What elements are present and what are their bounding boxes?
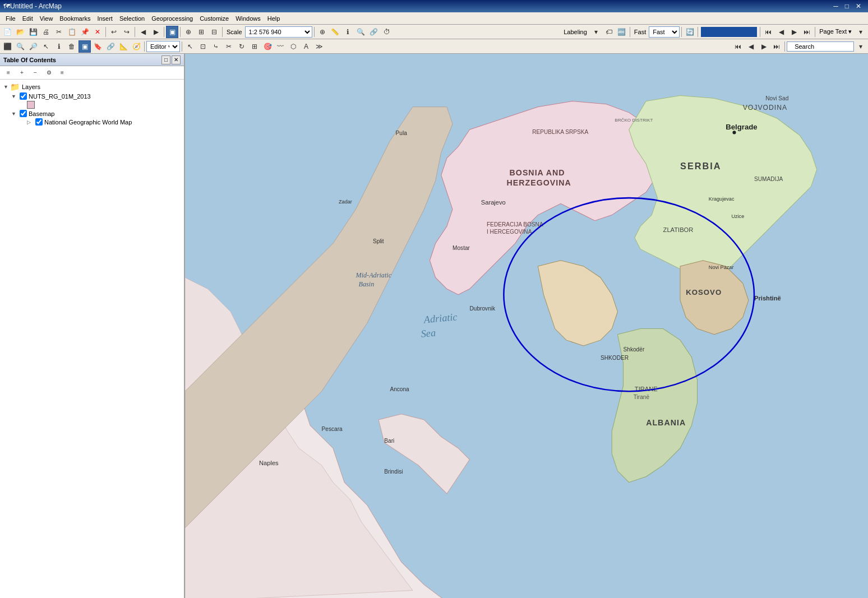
save-btn[interactable]: 💾 bbox=[27, 26, 39, 38]
menu-windows[interactable]: Windows bbox=[232, 14, 264, 23]
editor-dropdown[interactable]: Editor ▾ bbox=[146, 41, 180, 52]
open-btn[interactable]: 📂 bbox=[14, 26, 26, 38]
app-icon: 🗺 bbox=[3, 2, 10, 10]
toc-float-btn[interactable]: □ bbox=[161, 55, 170, 64]
find-btn[interactable]: 🔍 bbox=[355, 26, 367, 38]
editor-more-btn[interactable]: ≫ bbox=[313, 40, 325, 53]
edit-vertices-btn[interactable]: ⊡ bbox=[197, 40, 209, 53]
basemap-checkbox[interactable] bbox=[20, 110, 27, 117]
forward-btn[interactable]: ▶ bbox=[150, 26, 162, 38]
edit-tool-btn[interactable]: ↖ bbox=[184, 40, 196, 53]
editor-nav2[interactable]: ◀ bbox=[745, 40, 757, 53]
maximize-btn[interactable]: □ bbox=[842, 2, 852, 10]
svg-text:Pula: Pula bbox=[396, 130, 408, 136]
labeling-btn[interactable]: ▾ bbox=[590, 26, 602, 38]
menu-selection[interactable]: Selection bbox=[116, 14, 148, 23]
toc-layers-row[interactable]: ▼ 📁 Layers bbox=[2, 82, 182, 92]
minimize-btn[interactable]: ─ bbox=[830, 2, 842, 10]
prev-page-btn[interactable]: ⏮ bbox=[762, 26, 774, 38]
topology-btn[interactable]: ⬡ bbox=[287, 40, 299, 53]
svg-text:KOSOVO: KOSOVO bbox=[686, 288, 722, 296]
snapping-btn[interactable]: 🎯 bbox=[261, 40, 274, 53]
editor-nav3[interactable]: ▶ bbox=[758, 40, 770, 53]
trace-btn[interactable]: 〰 bbox=[274, 40, 287, 53]
prev-btn[interactable]: ◀ bbox=[775, 26, 787, 38]
menu-bookmarks[interactable]: Bookmarks bbox=[56, 14, 94, 23]
natgeo-row[interactable]: ▷ National Geographic World Map bbox=[26, 118, 182, 126]
page-text-dropdown-btn[interactable]: ▾ bbox=[855, 26, 867, 38]
measure-btn[interactable]: 📏 bbox=[329, 26, 341, 38]
copy-btn[interactable]: 📋 bbox=[66, 26, 78, 38]
menu-insert[interactable]: Insert bbox=[94, 14, 116, 23]
editor-search-btn[interactable]: ▾ bbox=[855, 40, 867, 53]
menu-edit[interactable]: Edit bbox=[19, 14, 36, 23]
scale-dropdown[interactable]: 1:2 576 940 bbox=[245, 26, 312, 38]
close-btn[interactable]: ✕ bbox=[852, 2, 865, 10]
menu-customize[interactable]: Customize bbox=[196, 14, 232, 23]
identify-btn[interactable]: ℹ bbox=[342, 26, 354, 38]
menu-file[interactable]: File bbox=[2, 14, 19, 23]
zoom-in-btn[interactable]: ⊞ bbox=[195, 26, 207, 38]
sep9 bbox=[698, 27, 698, 37]
print-btn[interactable]: 🖨 bbox=[40, 26, 52, 38]
undo-btn[interactable]: ↩ bbox=[108, 26, 120, 38]
editor-bookmark-btn[interactable]: 🔖 bbox=[91, 40, 104, 53]
menu-geoprocessing[interactable]: Geoprocessing bbox=[148, 14, 196, 23]
editor-search-input[interactable] bbox=[787, 41, 854, 52]
editor-fullextent-btn[interactable]: ⬛ bbox=[1, 40, 13, 53]
toc-add-layer-btn[interactable]: + bbox=[16, 67, 28, 79]
back-btn[interactable]: ◀ bbox=[137, 26, 149, 38]
label-weight-btn[interactable]: 🔤 bbox=[616, 26, 628, 38]
rotate-btn[interactable]: ↻ bbox=[236, 40, 248, 53]
editor-nav4[interactable]: ⏭ bbox=[770, 40, 783, 53]
svg-text:BRČKO DISTRIKT: BRČKO DISTRIKT bbox=[615, 118, 653, 123]
svg-text:Dubrovnik: Dubrovnik bbox=[470, 305, 496, 312]
zoom-full-extent-btn[interactable]: ⊕ bbox=[182, 26, 195, 38]
delete-btn[interactable]: ✕ bbox=[91, 26, 104, 38]
map-area[interactable]: Adriatic Sea Mid-Adriatic Basin BOSNIA A… bbox=[185, 54, 868, 598]
next-page-btn[interactable]: ⏭ bbox=[801, 26, 813, 38]
toc-remove-layer-btn[interactable]: − bbox=[29, 67, 41, 79]
reshape-btn[interactable]: ⤷ bbox=[210, 40, 222, 53]
editor-info-btn[interactable]: ℹ bbox=[53, 40, 65, 53]
toc-close-btn[interactable]: ✕ bbox=[172, 55, 181, 64]
natgeo-checkbox[interactable] bbox=[35, 118, 43, 126]
time-btn[interactable]: ⏱ bbox=[381, 26, 393, 38]
editor-clear-btn[interactable]: 🗑 bbox=[66, 40, 78, 53]
editor-select-btn[interactable]: ↖ bbox=[40, 40, 52, 53]
toc-layer-props-btn[interactable]: ⚙ bbox=[43, 67, 55, 79]
redo-btn[interactable]: ↪ bbox=[121, 26, 133, 38]
next-btn[interactable]: ▶ bbox=[788, 26, 800, 38]
label-options-btn[interactable]: 🏷 bbox=[603, 26, 615, 38]
svg-text:Shkodër: Shkodër bbox=[624, 346, 645, 353]
menu-help[interactable]: Help bbox=[264, 14, 284, 23]
toc-options-btn[interactable]: ≡ bbox=[56, 67, 68, 79]
folder-icon: 📁 bbox=[10, 82, 20, 91]
editor-zoomout-btn[interactable]: 🔎 bbox=[27, 40, 39, 53]
select-features-btn[interactable]: ▣ bbox=[166, 26, 178, 38]
toc-list-view-btn[interactable]: ≡ bbox=[2, 67, 15, 79]
editor-measure-btn[interactable]: 📐 bbox=[117, 40, 130, 53]
speed-dropdown[interactable]: Fast Normal Best bbox=[649, 26, 680, 38]
paste-btn[interactable]: 📌 bbox=[79, 26, 91, 38]
go-to-xy-btn[interactable]: ⊕ bbox=[316, 26, 329, 38]
zoom-out-btn[interactable]: ⊟ bbox=[208, 26, 220, 38]
nuts-checkbox[interactable] bbox=[20, 92, 27, 100]
refresh-btn[interactable]: 🔄 bbox=[684, 26, 696, 38]
nuts-row[interactable]: ▼ NUTS_RG_01M_2013 bbox=[10, 92, 182, 100]
cut-btn[interactable]: ✂ bbox=[53, 26, 65, 38]
editor-map-nav-btn[interactable]: 🧭 bbox=[130, 40, 142, 53]
svg-text:Belgrade: Belgrade bbox=[726, 123, 757, 131]
editor-zoomin-btn[interactable]: 🔍 bbox=[14, 40, 26, 53]
split-btn[interactable]: ✂ bbox=[223, 40, 235, 53]
new-btn[interactable]: 📄 bbox=[1, 26, 13, 38]
editor-nav1[interactable]: ⏮ bbox=[732, 40, 744, 53]
basemap-row[interactable]: ▼ Basemap bbox=[10, 109, 182, 118]
hyplink-btn[interactable]: 🔗 bbox=[368, 26, 380, 38]
annotation-btn[interactable]: A bbox=[300, 40, 312, 53]
menu-view[interactable]: View bbox=[36, 14, 57, 23]
editor-select-area[interactable]: ▣ bbox=[79, 40, 91, 53]
toc-panel: Table Of Contents □ ✕ ≡ + − ⚙ ≡ ▼ 📁 Laye… bbox=[0, 54, 185, 598]
editor-hyperlink-btn[interactable]: 🔗 bbox=[104, 40, 117, 53]
construct-btn[interactable]: ⊞ bbox=[248, 40, 261, 53]
